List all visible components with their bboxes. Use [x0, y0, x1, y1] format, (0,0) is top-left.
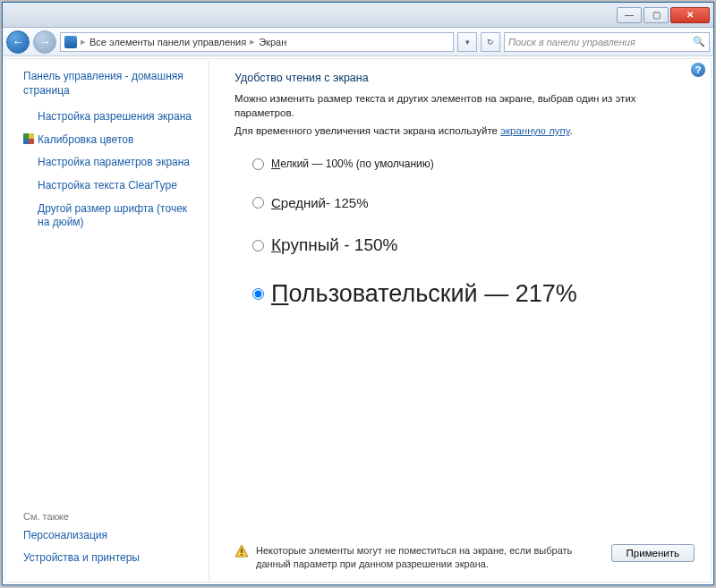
control-panel-window: — ▢ ✕ ← → ▸ Все элементы панели управлен…	[2, 2, 714, 585]
sidebar-see-devices[interactable]: Устройства и принтеры	[23, 551, 200, 566]
magnifier-link[interactable]: экранную лупу	[500, 125, 569, 136]
minimize-button[interactable]: —	[617, 7, 642, 23]
sidebar-link-resolution[interactable]: Настройка разрешения экрана	[23, 110, 200, 124]
option-large[interactable]: Крупный - 150%	[252, 235, 695, 255]
sidebar-see-personalization[interactable]: Персонализация	[23, 529, 200, 543]
warning-text: Некоторые элементы могут не поместиться …	[256, 544, 604, 571]
breadcrumb-sep-icon: ▸	[81, 36, 86, 47]
breadcrumb-sep-icon: ▸	[250, 36, 255, 47]
breadcrumb-current[interactable]: Экран	[259, 37, 286, 47]
control-panel-icon	[64, 36, 77, 48]
search-icon: 🔍	[693, 36, 705, 47]
nav-toolbar: ← → ▸ Все элементы панели управления ▸ Э…	[3, 28, 713, 56]
help-icon[interactable]: ?	[691, 63, 705, 77]
search-input[interactable]: Поиск в панели управления 🔍	[504, 32, 710, 52]
sidebar-link-display-settings[interactable]: Настройка параметров экрана	[23, 156, 200, 170]
search-placeholder: Поиск в панели управления	[508, 37, 635, 47]
sidebar-link-calibration[interactable]: Калибровка цветов	[23, 133, 200, 148]
radio-small[interactable]	[252, 158, 264, 170]
shield-icon	[23, 133, 34, 144]
see-also-label: См. также	[23, 511, 200, 522]
description-2: Для временного увеличения части экрана и…	[234, 124, 695, 138]
main-panel: Удобство чтения с экрана Можно изменить …	[209, 59, 711, 582]
option-medium[interactable]: Средний- 125%	[252, 195, 695, 210]
address-bar[interactable]: ▸ Все элементы панели управления ▸ Экран	[60, 32, 454, 52]
back-button[interactable]: ←	[6, 30, 30, 54]
sidebar-link-cleartype[interactable]: Настройка текста ClearType	[23, 179, 200, 193]
sidebar: Панель управления - домашняя страница На…	[5, 59, 209, 582]
radio-large[interactable]	[252, 240, 264, 251]
forward-button[interactable]: →	[33, 30, 56, 54]
apply-button[interactable]: Применить	[611, 544, 695, 562]
content-area: ? Панель управления - домашняя страница …	[4, 58, 712, 583]
footer-bar: Некоторые элементы могут не поместиться …	[234, 533, 695, 571]
svg-rect-1	[241, 554, 243, 556]
dpi-options: Мелкий — 100% (по умолчанию) Средний- 12…	[252, 158, 695, 333]
warning-icon	[234, 544, 249, 558]
option-custom[interactable]: Пользовательский — 217%	[252, 280, 695, 308]
refresh-button[interactable]: ↻	[481, 32, 500, 52]
maximize-button[interactable]: ▢	[644, 7, 669, 23]
titlebar: — ▢ ✕	[3, 3, 713, 28]
radio-custom[interactable]	[252, 288, 264, 300]
address-dropdown-button[interactable]: ▾	[457, 32, 477, 52]
breadcrumb-root[interactable]: Все элементы панели управления	[90, 37, 246, 47]
page-title: Удобство чтения с экрана	[234, 72, 695, 84]
svg-rect-0	[241, 549, 243, 553]
sidebar-link-custom-dpi[interactable]: Другой размер шрифта (точек на дюйм)	[23, 202, 200, 230]
close-button[interactable]: ✕	[670, 7, 710, 23]
option-small[interactable]: Мелкий — 100% (по умолчанию)	[252, 158, 695, 170]
description-1: Можно изменить размер текста и других эл…	[234, 91, 695, 120]
radio-medium[interactable]	[252, 197, 264, 209]
sidebar-home-link[interactable]: Панель управления - домашняя страница	[23, 70, 200, 98]
